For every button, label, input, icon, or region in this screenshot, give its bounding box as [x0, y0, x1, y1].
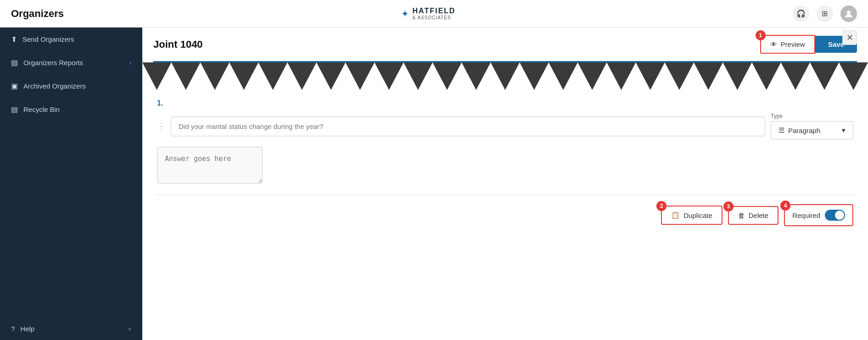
- double-chevron-icon: «: [128, 326, 131, 332]
- avatar-button[interactable]: [840, 6, 857, 22]
- sidebar-item-organizers-reports[interactable]: ▤ Organizers Reports ›: [0, 51, 142, 74]
- trash-icon: 🗑: [738, 212, 745, 219]
- recycle-bin-icon: ▤: [11, 105, 18, 114]
- svg-point-0: [847, 11, 851, 14]
- help-label: Help: [20, 325, 34, 333]
- page-title: Organizers: [11, 8, 64, 20]
- help-icon: ?: [11, 325, 15, 333]
- question-row: ⋮ Type ☰ Paragraph ▾: [157, 113, 853, 139]
- content-area: ✕ Joint 1040 1 👁 Preview Save 1.: [142, 28, 868, 340]
- duplicate-wrapper: 2 📋 Duplicate: [661, 206, 722, 225]
- sidebar-item-send-organizers[interactable]: ⬆ Send Organizers: [0, 28, 142, 51]
- logo: ✦ HATFIELD & ASSOCIATES: [401, 7, 456, 20]
- logo-name: HATFIELD: [413, 7, 456, 15]
- required-label: Required: [792, 212, 820, 219]
- zigzag-overlay: [142, 62, 868, 90]
- main-layout: ⬆ Send Organizers ▤ Organizers Reports ›…: [0, 28, 868, 340]
- required-badge: 4: [780, 201, 790, 211]
- form-area: 1. ⋮ Type ☰ Paragraph ▾ 2: [142, 90, 868, 340]
- report-icon: ▤: [11, 58, 18, 67]
- copy-icon: 📋: [671, 211, 680, 219]
- logo-text: HATFIELD & ASSOCIATES: [413, 7, 456, 20]
- close-button[interactable]: ✕: [842, 30, 857, 45]
- answer-textarea[interactable]: [157, 147, 263, 184]
- headset-icon-button[interactable]: 🎧: [793, 6, 809, 22]
- sidebar-item-label: Archived Organizers: [23, 82, 86, 90]
- blue-divider: [153, 61, 857, 62]
- eye-icon: 👁: [770, 40, 777, 48]
- type-label: Type: [771, 113, 853, 119]
- sidebar-item-recycle-bin[interactable]: ▤ Recycle Bin: [0, 98, 142, 121]
- chevron-right-icon: ›: [129, 60, 131, 66]
- archive-icon: ▣: [11, 82, 18, 90]
- type-select[interactable]: ☰ Paragraph ▾: [771, 121, 853, 139]
- logo-sub: & ASSOCIATES: [413, 15, 456, 20]
- drag-handle-icon[interactable]: ⋮: [157, 121, 165, 131]
- question-number: 1.: [157, 99, 853, 107]
- type-value: Paragraph: [788, 127, 820, 134]
- top-header: Organizers ✦ HATFIELD & ASSOCIATES 🎧 ⊞: [0, 0, 868, 28]
- send-icon: ⬆: [11, 35, 17, 44]
- sidebar-item-label: Send Organizers: [22, 35, 74, 43]
- sidebar-item-archived-organizers[interactable]: ▣ Archived Organizers: [0, 74, 142, 98]
- header-icons: 🎧 ⊞: [793, 6, 857, 22]
- duplicate-button[interactable]: 📋 Duplicate: [661, 206, 722, 225]
- preview-btn-wrapper: 1 👁 Preview: [760, 35, 815, 54]
- sidebar-help[interactable]: ? Help «: [0, 318, 142, 340]
- required-wrapper: 4 Required: [784, 204, 853, 226]
- chevron-down-icon: ▾: [842, 126, 846, 134]
- toggle-knob: [835, 211, 844, 220]
- preview-badge: 1: [756, 30, 766, 40]
- type-column: Type ☰ Paragraph ▾: [771, 113, 853, 139]
- form-title: Joint 1040: [153, 39, 203, 50]
- delete-badge: 3: [723, 201, 734, 212]
- sidebar-item-label: Organizers Reports: [23, 59, 83, 67]
- delete-button[interactable]: 🗑 Delete: [728, 206, 778, 225]
- paragraph-icon: ☰: [778, 126, 784, 134]
- preview-button[interactable]: 👁 Preview: [760, 35, 815, 54]
- question-input[interactable]: [171, 117, 765, 136]
- grid-icon-button[interactable]: ⊞: [817, 6, 833, 22]
- logo-icon: ✦: [401, 8, 409, 19]
- sidebar-item-label: Recycle Bin: [23, 106, 60, 113]
- delete-wrapper: 3 🗑 Delete: [728, 206, 778, 225]
- form-separator: [157, 195, 853, 195]
- sidebar: ⬆ Send Organizers ▤ Organizers Reports ›…: [0, 28, 142, 340]
- form-actions: 2 📋 Duplicate 3 🗑 Delete 4: [157, 204, 853, 226]
- content-header: Joint 1040 1 👁 Preview Save: [142, 28, 868, 61]
- required-toggle[interactable]: [825, 210, 845, 221]
